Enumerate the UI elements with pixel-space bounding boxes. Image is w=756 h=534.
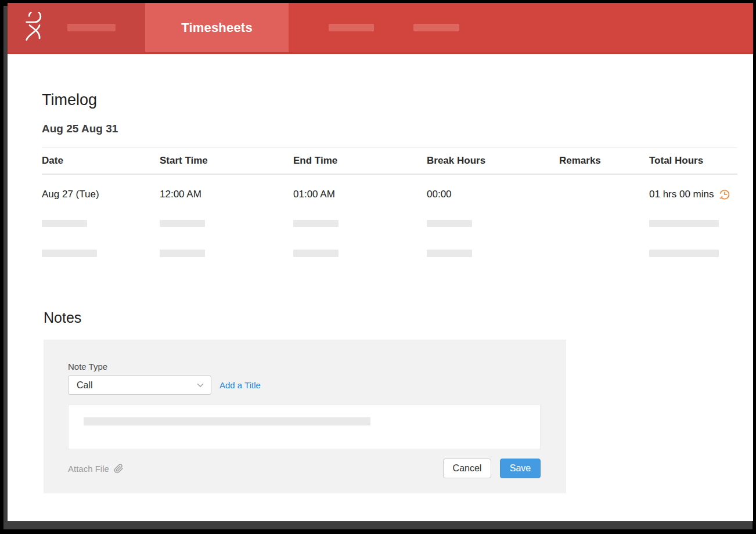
paperclip-icon <box>114 464 124 474</box>
cell-break-hours: 00:00 <box>427 189 559 200</box>
note-text-input[interactable] <box>68 405 541 449</box>
window-frame-bottom <box>3 521 753 529</box>
table-row-loading <box>42 244 737 273</box>
cell-skeleton <box>160 250 205 257</box>
note-type-selected-value: Call <box>77 380 93 391</box>
cell-skeleton <box>42 220 87 227</box>
notes-footer: Attach File Cancel Save <box>68 459 541 478</box>
top-nav: Timesheets <box>8 3 753 54</box>
cell-skeleton <box>293 220 339 227</box>
cell-skeleton <box>649 250 719 257</box>
brand-block <box>8 3 145 52</box>
table-row: Aug 27 (Tue) 12:00 AM 01:00 AM 00:00 01 … <box>42 175 737 214</box>
col-header-remarks: Remarks <box>559 155 649 167</box>
timelog-table: Date Start Time End Time Break Hours Rem… <box>42 147 737 273</box>
cell-skeleton <box>427 250 472 257</box>
window-frame-left <box>3 6 8 521</box>
cell-end-time: 01:00 AM <box>293 189 427 200</box>
note-type-label: Note Type <box>68 362 541 371</box>
attach-file-control[interactable]: Attach File <box>68 464 124 474</box>
cell-skeleton <box>160 220 205 227</box>
notes-form-panel: Note Type Call Add a Title Attach File <box>44 340 566 493</box>
cell-skeleton <box>42 250 97 257</box>
col-header-total-hours: Total Hours <box>649 155 737 167</box>
page-content: Timelog Aug 25 Aug 31 Date Start Time En… <box>8 91 753 493</box>
add-title-link[interactable]: Add a Title <box>219 380 261 390</box>
timelog-date-range: Aug 25 Aug 31 <box>42 122 737 135</box>
note-type-row: Call Add a Title <box>68 376 541 395</box>
tab-timesheets[interactable]: Timesheets <box>145 3 289 52</box>
table-row-loading <box>42 214 737 244</box>
save-button[interactable]: Save <box>500 459 541 478</box>
tab-timesheets-label: Timesheets <box>181 20 253 35</box>
col-header-date: Date <box>42 155 160 167</box>
col-header-end-time: End Time <box>293 155 427 167</box>
cancel-button[interactable]: Cancel <box>443 459 491 478</box>
cell-skeleton <box>427 220 472 227</box>
history-clock-icon[interactable] <box>719 189 730 200</box>
total-hours-value: 01 hrs 00 mins <box>649 189 714 200</box>
col-header-start-time: Start Time <box>160 155 293 167</box>
cell-total-hours: 01 hrs 00 mins <box>649 189 737 200</box>
timelog-table-header: Date Start Time End Time Break Hours Rem… <box>42 147 737 175</box>
note-text-placeholder-bar <box>84 417 370 425</box>
timelog-section-title: Timelog <box>42 91 737 109</box>
nav-item-placeholder <box>329 24 374 31</box>
app-window: Timesheets Timelog Aug 25 Aug 31 Date St… <box>8 3 753 521</box>
attach-file-label: Attach File <box>68 464 109 474</box>
nav-item-placeholder <box>413 24 459 31</box>
notes-section-title: Notes <box>44 309 737 326</box>
form-buttons: Cancel Save <box>443 459 541 478</box>
col-header-break-hours: Break Hours <box>427 155 559 167</box>
cell-start-time: 12:00 AM <box>160 189 293 200</box>
people-logo-icon[interactable] <box>22 12 48 44</box>
cell-skeleton <box>649 220 719 227</box>
nav-item-placeholder <box>67 24 116 31</box>
cell-skeleton <box>293 250 339 257</box>
nav-rest <box>289 3 459 52</box>
cell-date: Aug 27 (Tue) <box>42 189 160 200</box>
note-type-select[interactable]: Call <box>68 376 211 395</box>
chevron-down-icon <box>197 383 204 388</box>
